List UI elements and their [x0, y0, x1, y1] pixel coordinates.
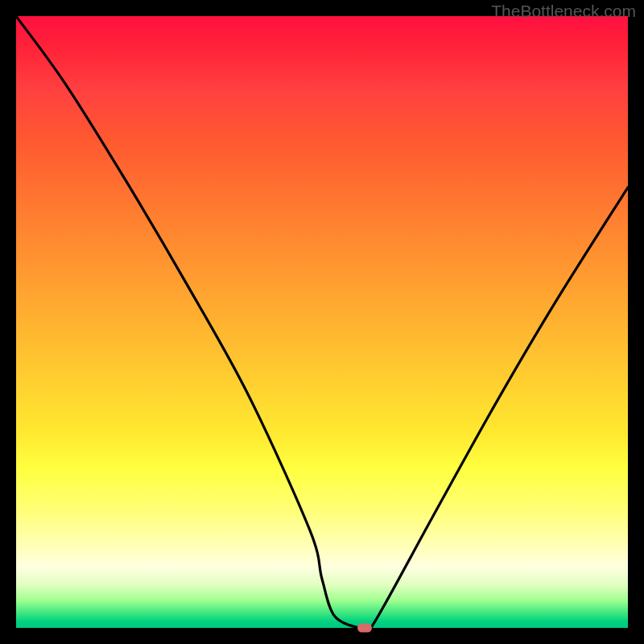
optimum-marker [357, 624, 372, 633]
bottleneck-curve-path [16, 16, 628, 628]
curve-svg [16, 16, 628, 628]
chart-container: TheBottleneck.com [0, 0, 644, 644]
watermark-text: TheBottleneck.com [491, 2, 636, 21]
plot-area [16, 16, 628, 628]
